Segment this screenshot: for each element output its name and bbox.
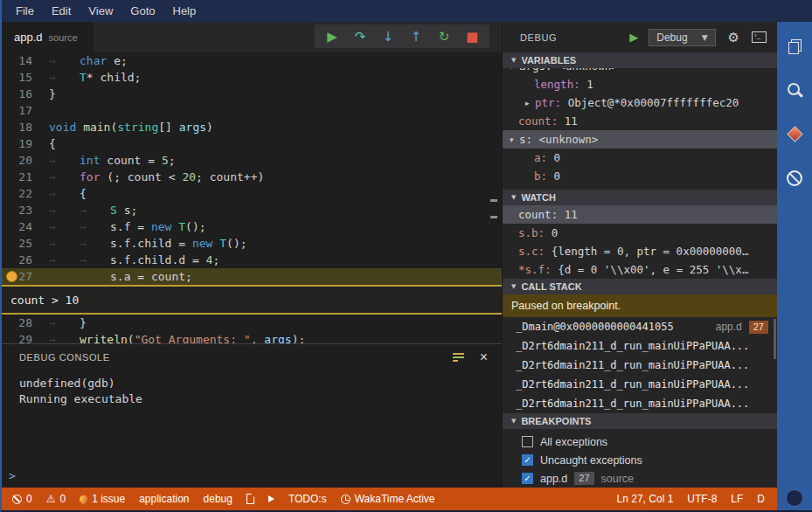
variable-row[interactable]: ▸ptr: Object@*0x00007fffffffec20: [503, 93, 777, 112]
line-number[interactable]: 14: [2, 52, 45, 69]
code-line[interactable]: 22→{: [2, 185, 502, 202]
statusbar-item[interactable]: TODO:s: [281, 488, 334, 510]
console-prompt-input[interactable]: >: [9, 469, 16, 482]
gem-icon[interactable]: [787, 126, 802, 142]
variable-row[interactable]: a: 0: [503, 149, 777, 167]
statusbar-item[interactable]: [261, 488, 281, 510]
breakpoint-icon[interactable]: [6, 271, 17, 282]
checkbox[interactable]: [522, 436, 533, 447]
code-line[interactable]: 27→→s.a = count;: [2, 268, 502, 285]
chevron-down-icon[interactable]: ▾: [510, 135, 519, 144]
variable-row[interactable]: count: 11: [503, 112, 777, 130]
code-line[interactable]: 29→writeln("Got Arguments: ", args);: [2, 331, 502, 343]
chevron-down-icon[interactable]: ▾: [510, 68, 519, 71]
code-line[interactable]: 15→T* child;: [2, 69, 502, 86]
statusbar-item[interactable]: [239, 488, 261, 510]
code-line[interactable]: 14→char e;: [2, 52, 502, 69]
close-icon[interactable]: ×: [480, 351, 488, 363]
line-number[interactable]: 18: [2, 119, 45, 135]
line-number[interactable]: 22: [2, 185, 45, 202]
breakpoints-section-header[interactable]: ▼ BREAKPOINTS: [503, 413, 777, 429]
step-into-icon[interactable]: ↓: [374, 29, 402, 45]
breakpoint-item[interactable]: ✓Uncaught exceptions: [503, 451, 777, 469]
statusbar-item[interactable]: debug: [197, 488, 239, 510]
debug-config-dropdown[interactable]: Debug ▼: [649, 29, 715, 46]
menu-item-goto[interactable]: Goto: [121, 2, 163, 20]
breakpoint-condition-widget[interactable]: count > 10: [2, 285, 502, 315]
watch-section-header[interactable]: ▼ WATCH: [503, 190, 777, 205]
line-number[interactable]: 20: [2, 152, 45, 169]
variable-row[interactable]: count: 11: [503, 205, 777, 224]
statusbar-item[interactable]: LF: [724, 488, 750, 510]
step-out-icon[interactable]: ↑: [402, 29, 430, 45]
stack-frame[interactable]: _D2rt6dmain211_d_run_mainUiPPaPUAA...: [503, 394, 777, 413]
code-line[interactable]: 26→→s.f.child.d = 4;: [2, 252, 502, 268]
code-line[interactable]: 23→→S s;: [2, 202, 502, 218]
search-icon[interactable]: [788, 83, 802, 98]
stop-icon[interactable]: ■: [458, 29, 486, 45]
stack-frame[interactable]: _Dmain@0x0000000000441055app.d27: [503, 317, 777, 336]
line-number[interactable]: 24: [2, 218, 45, 235]
tab-app-d[interactable]: app.d source: [2, 22, 94, 52]
menu-item-view[interactable]: View: [80, 2, 121, 20]
variable-row[interactable]: s.b: 0: [503, 224, 777, 242]
line-number[interactable]: 23: [2, 202, 45, 218]
menu-item-edit[interactable]: Edit: [43, 2, 80, 20]
files-icon[interactable]: [788, 39, 802, 54]
code-line[interactable]: 20→int count = 5;: [2, 152, 502, 169]
statusbar-item[interactable]: D: [750, 488, 772, 510]
gear-icon[interactable]: ⚙: [728, 30, 739, 45]
statusbar-item[interactable]: 1 issue: [73, 488, 132, 510]
chevron-right-icon[interactable]: ▸: [525, 99, 535, 107]
variable-row[interactable]: ▾args: <unknown>: [503, 68, 777, 75]
code-line[interactable]: 28→}: [2, 315, 502, 331]
variables-section-header[interactable]: ▼ VARIABLES: [503, 52, 777, 68]
line-number[interactable]: 15: [2, 69, 45, 86]
code-area[interactable]: 14→char e;15→T* child;16}1718void main(s…: [2, 52, 502, 343]
code-line[interactable]: 25→→s.f.child = new T();: [2, 235, 502, 252]
status-circle-icon[interactable]: [786, 489, 803, 507]
statusbar-item[interactable]: UTF-8: [680, 488, 724, 510]
blocked-icon[interactable]: [787, 170, 802, 186]
variable-row[interactable]: ▾s: <unknown>: [503, 130, 777, 149]
line-number[interactable]: 25: [2, 235, 45, 252]
statusbar-item[interactable]: WakaTime Active: [334, 488, 442, 510]
scrollbar-thumb[interactable]: [774, 319, 776, 359]
line-number[interactable]: 26: [2, 252, 45, 268]
checkbox[interactable]: ✓: [522, 473, 533, 484]
code-line[interactable]: 24→→s.f = new T();: [2, 218, 502, 235]
line-number[interactable]: 17: [2, 102, 45, 119]
line-number[interactable]: 16: [2, 86, 45, 102]
statusbar-item[interactable]: 0: [5, 488, 39, 510]
stack-frame[interactable]: _D2rt6dmain211_d_run_mainUiPPaPUAA...: [503, 375, 777, 394]
code-line[interactable]: 18void main(string[] args): [2, 119, 502, 135]
step-over-icon[interactable]: ↷: [346, 29, 374, 45]
breakpoint-item[interactable]: ✓app.d27source: [503, 469, 777, 488]
line-number[interactable]: 28: [2, 315, 45, 331]
code-line[interactable]: 16}: [2, 86, 502, 102]
line-number[interactable]: 21: [2, 169, 45, 185]
callstack-section-header[interactable]: ▼ CALL STACK: [503, 279, 777, 294]
checkbox[interactable]: ✓: [522, 454, 533, 466]
code-line[interactable]: 17: [2, 102, 502, 119]
stack-frame[interactable]: _D2rt6dmain211_d_run_mainUiPPaPUAA...: [503, 356, 777, 375]
statusbar-item[interactable]: Ln 27, Col 1: [610, 488, 681, 510]
code-line[interactable]: 21→for (; count < 20; count++): [2, 169, 502, 185]
filter-icon[interactable]: [453, 353, 464, 362]
menu-item-help[interactable]: Help: [164, 2, 205, 20]
stack-frame[interactable]: _D2rt6dmain211_d_run_mainUiPPaPUAA...: [503, 336, 777, 356]
line-number[interactable]: 29: [2, 331, 45, 343]
statusbar-item[interactable]: application: [132, 488, 196, 510]
breakpoint-item[interactable]: All exceptions: [503, 432, 777, 451]
repl-icon[interactable]: [752, 31, 767, 43]
continue-icon[interactable]: ▶: [318, 29, 346, 45]
restart-icon[interactable]: ↻: [430, 29, 458, 45]
variable-row[interactable]: b: 0: [503, 167, 777, 185]
variable-row[interactable]: *s.f: {d = 0 '\\x00', e = 255 '\\x…: [503, 260, 777, 279]
start-debugging-icon[interactable]: ▶: [629, 31, 638, 44]
variable-row[interactable]: s.c: {length = 0, ptr = 0x00000000…: [503, 242, 777, 260]
statusbar-item[interactable]: 0: [39, 488, 73, 510]
variable-row[interactable]: length: 1: [503, 75, 777, 93]
menu-item-file[interactable]: File: [7, 2, 43, 20]
line-number[interactable]: 19: [2, 135, 45, 152]
